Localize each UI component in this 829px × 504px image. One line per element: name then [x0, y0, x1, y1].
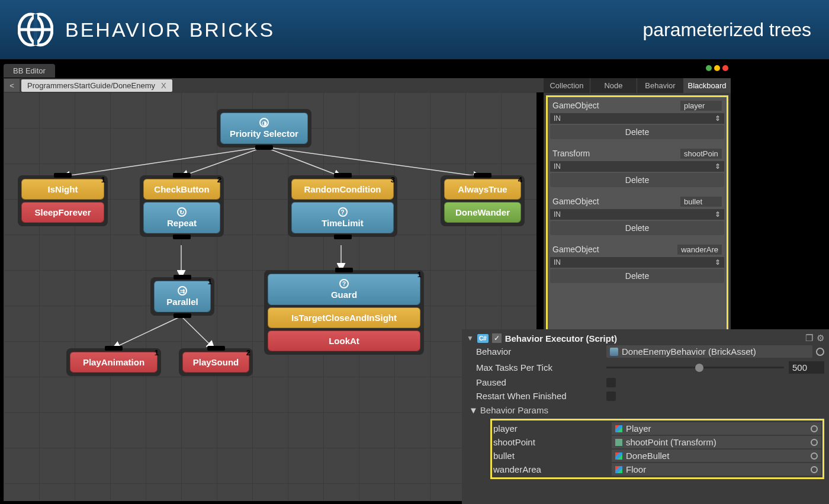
node-label: SleepForever: [34, 207, 91, 217]
transform-icon: [615, 439, 622, 446]
inspector-panel: ▼ C# ✓ Behavior Executor (Script) ❐ ⚙ Be…: [462, 329, 829, 504]
object-picker-icon[interactable]: [811, 425, 818, 432]
chevron-updown-icon: ⇕: [715, 162, 721, 171]
node-order-badge: 1: [155, 348, 159, 357]
svg-line-11: [181, 316, 214, 348]
behavior-tree-canvas[interactable]: ◑ Priority Selector 1 IsNight SleepForev…: [4, 92, 536, 501]
node-order-badge: 3: [391, 175, 395, 184]
param-object-field[interactable]: DoneBullet: [612, 450, 821, 462]
bb-name-field[interactable]: player: [680, 101, 722, 111]
node-branch-1[interactable]: 1 IsNight SleepForever: [18, 175, 108, 226]
field-label: Paused: [476, 377, 606, 387]
param-value: shootPoint (Transform): [626, 437, 716, 447]
node-order-badge: 4: [518, 175, 522, 184]
param-object-field[interactable]: Floor: [612, 463, 821, 476]
repeat-icon: ↻: [177, 207, 187, 217]
breadcrumb-close-icon[interactable]: X: [161, 81, 166, 90]
help-icon[interactable]: ❐: [805, 333, 813, 344]
bb-delete-button[interactable]: Delete: [550, 221, 724, 235]
top-banner: BEHAVIOR BRICKS parameterized trees: [0, 0, 829, 59]
logo-area: BEHAVIOR BRICKS: [18, 12, 275, 47]
object-picker-icon[interactable]: [811, 452, 818, 460]
bb-name-field[interactable]: shootPoin: [680, 149, 722, 159]
param-row: wanderAreaFloor: [493, 463, 821, 476]
bb-delete-button[interactable]: Delete: [550, 173, 724, 187]
node-guard-group[interactable]: 1 ?Guard IsTargetCloseAndInSight LookAt: [264, 270, 424, 355]
node-branch-4[interactable]: 4 AlwaysTrue DoneWander: [441, 175, 525, 226]
logo-text: BEHAVIOR BRICKS: [65, 18, 275, 41]
bb-direction-dropdown[interactable]: IN⇕: [550, 161, 724, 172]
breadcrumb-path[interactable]: ProgrammersStartGuide/DoneEnemy X: [21, 79, 172, 92]
field-label: Behavior: [476, 346, 606, 357]
bb-direction-dropdown[interactable]: IN⇕: [550, 257, 724, 268]
node-label: IsNight: [48, 184, 78, 194]
svg-line-8: [264, 147, 480, 176]
bb-type: Transform: [552, 149, 590, 159]
bb-delete-button[interactable]: Delete: [550, 269, 724, 283]
tab-node[interactable]: Node: [590, 78, 637, 93]
param-value: DoneBullet: [626, 451, 669, 461]
parallel-icon: ⇉: [178, 286, 187, 296]
behavior-params-header[interactable]: ▼ Behavior Params: [467, 403, 824, 418]
object-picker-icon[interactable]: [811, 439, 818, 446]
behavior-object-field[interactable]: DoneEnemyBehavior (BrickAsset): [606, 345, 812, 358]
fold-arrow-icon[interactable]: ▼: [467, 334, 474, 342]
field-label: Restart When Finished: [476, 391, 606, 401]
node-order-badge: 1: [417, 270, 422, 279]
param-row: shootPointshootPoint (Transform): [493, 435, 821, 449]
node-label: DoneWander: [455, 207, 510, 217]
gear-icon[interactable]: ⚙: [817, 333, 824, 344]
fold-arrow-icon[interactable]: ▼: [469, 405, 478, 415]
tab-behavior[interactable]: Behavior: [637, 78, 684, 93]
node-parallel[interactable]: 1 ⇉Parallel: [150, 277, 214, 316]
param-row: playerPlayer: [493, 422, 821, 435]
restart-checkbox[interactable]: [606, 391, 616, 401]
params-header-label: Behavior Params: [480, 405, 548, 415]
editor-window-tab[interactable]: BB Editor: [4, 64, 55, 78]
max-tasks-value[interactable]: 500: [789, 361, 824, 374]
object-picker-icon[interactable]: [816, 348, 824, 356]
node-label: Parallel: [166, 297, 198, 307]
blackboard-entry: GameObjectbulletIN⇕Delete: [550, 195, 724, 235]
bb-delete-button[interactable]: Delete: [550, 125, 724, 139]
tab-blackboard[interactable]: Blackboard: [684, 78, 731, 93]
param-label: wanderArea: [493, 464, 612, 474]
node-play-sound[interactable]: 2 PlaySound: [179, 348, 253, 376]
blackboard-entry: TransformshootPoinIN⇕Delete: [550, 147, 724, 187]
csharp-script-icon: C#: [477, 334, 489, 343]
svg-line-7: [264, 147, 341, 176]
nav-prev-button[interactable]: <: [4, 79, 20, 92]
component-enabled-checkbox[interactable]: ✓: [492, 333, 502, 343]
node-label: IsTargetCloseAndInSight: [291, 313, 397, 323]
node-label: PlaySound: [193, 357, 239, 367]
param-value: Player: [626, 423, 651, 434]
node-play-animation[interactable]: 1 PlayAnimation: [66, 348, 161, 376]
bb-direction-dropdown[interactable]: IN⇕: [550, 113, 724, 124]
window-min-icon[interactable]: [714, 65, 720, 71]
chevron-updown-icon: ⇕: [715, 258, 721, 267]
window-close-icon[interactable]: [722, 65, 728, 71]
node-branch-2[interactable]: 2 CheckButton ↻Repeat: [140, 175, 224, 237]
behavior-params-box: playerPlayershootPointshootPoint (Transf…: [490, 419, 824, 479]
node-priority-selector[interactable]: ◑ Priority Selector: [217, 109, 311, 147]
paused-checkbox[interactable]: [606, 378, 616, 387]
bb-name-field[interactable]: wanderAre: [677, 245, 722, 255]
bb-direction-dropdown[interactable]: IN⇕: [550, 209, 724, 220]
window-max-icon[interactable]: [706, 65, 712, 71]
object-picker-icon[interactable]: [811, 466, 818, 473]
param-value: Floor: [626, 464, 646, 474]
param-object-field[interactable]: Player: [612, 422, 821, 435]
component-header[interactable]: ▼ C# ✓ Behavior Executor (Script) ❐ ⚙: [467, 333, 824, 344]
editor-area: BB Editor < ProgrammersStartGuide/DoneEn…: [0, 59, 829, 504]
behavior-field-row: Behavior DoneEnemyBehavior (BrickAsset): [467, 344, 824, 359]
tab-collection[interactable]: Collection: [544, 78, 590, 93]
bb-name-field[interactable]: bullet: [680, 197, 722, 207]
paused-row: Paused: [467, 375, 824, 389]
window-controls: [706, 65, 728, 71]
prefab-cube-icon: [615, 425, 622, 432]
max-tasks-slider[interactable]: [606, 367, 784, 368]
node-branch-3[interactable]: 3 RandomCondition ?TimeLimit: [288, 175, 397, 237]
prefab-cube-icon: [615, 466, 622, 473]
node-label: Priority Selector: [230, 129, 298, 139]
param-object-field[interactable]: shootPoint (Transform): [612, 436, 821, 448]
